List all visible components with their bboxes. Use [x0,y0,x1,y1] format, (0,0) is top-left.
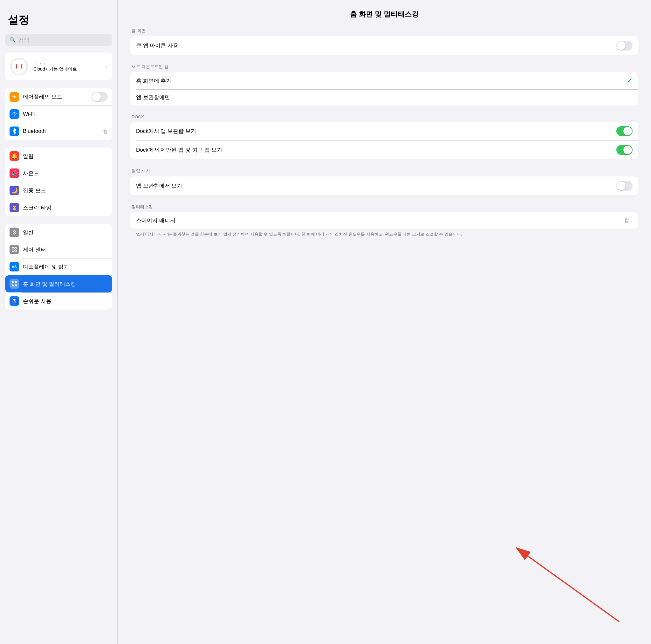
airplane-icon: ✈ [9,92,19,102]
sidebar: 설정 🔍 검색 [0,0,118,644]
svg-line-21 [518,549,619,622]
sidebar-item-label: 사운드 [23,170,108,177]
sidebar-item-display[interactable]: AA 디스플레이 및 밝기 [5,258,112,275]
sidebar-item-sound[interactable]: 🔊 사운드 [5,165,112,182]
gear-icon: ⚙ [9,227,19,237]
sidebar-item-bluetooth[interactable]: Bluetooth 켬 [5,123,112,140]
row-add-homescreen[interactable]: 홈 화면에 추가 ✓ [130,72,638,89]
row-stage-manager[interactable]: 스테이지 매니저 켬 › [130,212,638,228]
sidebar-item-control-center[interactable]: 제어 센터 [5,241,112,258]
hourglass-icon: ⏳ [9,203,19,212]
sidebar-item-notifications[interactable]: 🔔 알림 [5,148,112,165]
chevron-icon: › [631,218,632,223]
sidebar-item-label: 스크린 타임 [23,204,108,211]
row-app-library-only[interactable]: 앱 보관함에만 [130,89,638,105]
section-card-multitasking: 스테이지 매니저 켬 › [130,212,638,228]
search-placeholder: 검색 [19,36,29,43]
row-label: 앱 보관함에만 [136,94,632,101]
sidebar-item-label: 손쉬운 사용 [23,298,108,305]
row-label: 앱 보관함에서 보기 [136,182,616,189]
profile-subtitle: iCloud+ 기능 업데이트 [32,66,101,72]
svg-line-6 [16,68,17,68]
sidebar-item-homescreen[interactable]: 홈 화면 및 멀티태스킹 [5,275,112,293]
row-dock-suggested[interactable]: Dock에서 제안된 앱 및 최근 앱 보기 [130,141,638,159]
svg-rect-18 [12,284,14,286]
sidebar-item-label: 알림 [23,153,108,160]
svg-point-14 [12,250,14,252]
home-screen-section: 홈 화면 큰 앱 아이콘 사용 [130,28,638,55]
sidebar-item-label: 홈 화면 및 멀티태스킹 [23,280,108,288]
svg-point-15 [14,250,17,252]
section-card-downloads: 홈 화면에 추가 ✓ 앱 보관함에만 [130,72,638,105]
dock-section: DOCK Dock에서 앱 보관함 보기 Dock에서 제안된 앱 및 최근 앱… [130,115,638,159]
sidebar-item-general[interactable]: ⚙ 일반 [5,224,112,241]
sidebar-item-label: 제어 센터 [23,246,108,253]
sidebar-item-label: 집중 모드 [23,187,108,194]
svg-point-12 [12,247,14,249]
svg-rect-16 [12,281,14,283]
moon-icon: 🌙 [9,186,19,195]
row-label: 스테이지 매니저 [136,217,624,224]
notification-badge-section: 알림 배지 앱 보관함에서 보기 [130,168,638,195]
sidebar-title: 설정 [0,13,117,34]
sidebar-item-label: 에어플레인 모드 [23,93,88,100]
control-center-icon [9,245,19,254]
row-large-icons[interactable]: 큰 앱 아이콘 사용 [130,36,638,55]
bluetooth-value: 켬 [103,128,108,134]
sidebar-item-screentime[interactable]: ⏳ 스크린 타임 [5,199,112,216]
search-icon: 🔍 [9,37,16,43]
speaker-icon: 🔊 [9,168,19,178]
section-label-dock: DOCK [130,115,638,119]
section-label-downloads: 새로 다운로드된 앱 [130,64,638,70]
wifi-icon [9,109,19,119]
bell-icon: 🔔 [9,151,19,161]
stage-manager-value: 켬 [624,217,629,223]
page-title: 홈 화면 및 멀티태스킹 [130,9,638,19]
airplane-toggle[interactable] [92,92,108,102]
section-card-homescreen: 큰 앱 아이콘 사용 [130,36,638,55]
sidebar-item-label: Wi-Fi [23,111,108,117]
row-dock-app-library[interactable]: Dock에서 앱 보관함 보기 [130,122,638,141]
large-icons-toggle[interactable] [616,41,632,51]
section-label-badge: 알림 배지 [130,168,638,174]
svg-rect-17 [15,281,17,283]
notification-group: 🔔 알림 🔊 사운드 🌙 집중 모드 ⏳ 스크린 타임 [5,148,112,216]
checkmark-icon: ✓ [627,76,632,85]
profile-dots: · · · · · [32,61,101,66]
section-description: '스테이지 매니저'는 즐겨찾는 앱을 한눈에 보기 쉽게 정리하여 사용할 수… [130,228,638,239]
search-bar[interactable]: 🔍 검색 [5,34,112,46]
sidebar-item-focus[interactable]: 🌙 집중 모드 [5,182,112,199]
svg-line-11 [21,68,22,68]
row-label: Dock에서 앱 보관함 보기 [136,127,616,135]
svg-point-1 [11,59,27,74]
avatar [10,58,28,75]
connectivity-group: ✈ 에어플레인 모드 Wi-Fi Bluetooth [5,88,112,140]
profile-info: · · · · · iCloud+ 기능 업데이트 [32,61,101,72]
sidebar-item-wifi[interactable]: Wi-Fi [5,105,112,123]
row-label: Dock에서 제안된 앱 및 최근 앱 보기 [136,146,616,154]
dock-suggested-toggle[interactable] [616,145,632,155]
sidebar-item-label: Bluetooth [23,128,99,134]
row-label: 큰 앱 아이콘 사용 [136,42,616,49]
homescreen-icon [9,279,19,288]
section-card-dock: Dock에서 앱 보관함 보기 Dock에서 제안된 앱 및 최근 앱 보기 [130,122,638,159]
profile-chevron: › [105,63,107,70]
profile-card[interactable]: · · · · · iCloud+ 기능 업데이트 › [5,53,112,81]
svg-point-13 [14,247,17,249]
display-icon: AA [9,262,19,272]
bluetooth-icon [9,126,19,136]
accessibility-icon: ♿ [9,296,19,306]
section-label-homescreen: 홈 화면 [130,28,638,34]
annotation-arrow [492,536,626,625]
sidebar-item-label: 디스플레이 및 밝기 [23,263,108,271]
section-card-badge: 앱 보관함에서 보기 [130,176,638,195]
sidebar-item-airplane[interactable]: ✈ 에어플레인 모드 [5,88,112,105]
section-label-multitasking: 멀티태스킹 [130,204,638,210]
multitasking-section: 멀티태스킹 스테이지 매니저 켬 › '스테이지 매니저'는 즐겨찾는 앱을 한… [130,204,638,239]
sidebar-item-accessibility[interactable]: ♿ 손쉬운 사용 [5,293,112,310]
main-content: 홈 화면 및 멀티태스킹 홈 화면 큰 앱 아이콘 사용 새로 다운로드된 앱 … [118,0,651,644]
dock-app-library-toggle[interactable] [616,126,632,136]
row-badge-app-library[interactable]: 앱 보관함에서 보기 [130,176,638,195]
badge-app-library-toggle[interactable] [616,181,632,191]
system-group: ⚙ 일반 제어 센터 AA 디스플레이 및 밝기 [5,224,112,310]
